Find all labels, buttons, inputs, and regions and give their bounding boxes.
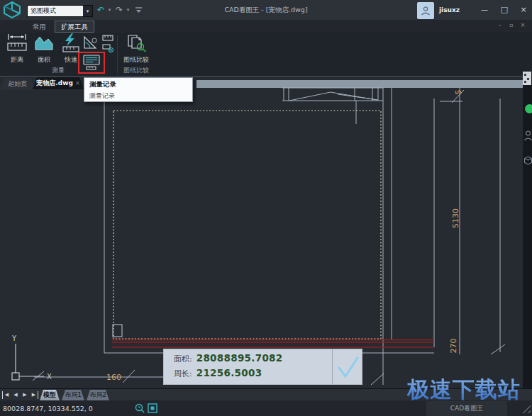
area-button[interactable]: 面积 bbox=[31, 33, 57, 63]
layout-tab-model[interactable]: 模型 bbox=[40, 390, 60, 400]
area-button-label: 面积 bbox=[38, 55, 50, 64]
side-panel-strip bbox=[523, 73, 532, 388]
ruler-icon bbox=[102, 34, 113, 42]
checkmark-icon bbox=[335, 354, 360, 381]
ruler-tool-button[interactable] bbox=[101, 33, 114, 43]
confirm-measurement-button[interactable] bbox=[332, 349, 362, 384]
ucs-y-label: Y bbox=[11, 335, 17, 342]
tooltip-description: 测量记录 bbox=[89, 91, 187, 101]
cad-drawing: 5 5130 270 160 Y X bbox=[0, 77, 532, 388]
angle-measure-button[interactable] bbox=[82, 34, 99, 51]
measure-record-tooltip: 测量记录 测量记录 bbox=[84, 77, 193, 102]
distance-icon bbox=[6, 33, 28, 54]
tooltip-title: 测量记录 bbox=[89, 80, 187, 89]
dim-width: 160 bbox=[106, 373, 121, 382]
ribbon-tab-extended-tools[interactable]: 扩展工具 bbox=[55, 21, 94, 33]
doc-minimize-icon[interactable]: – bbox=[495, 22, 505, 28]
user-avatar[interactable] bbox=[417, 2, 434, 19]
doc-tab-drawing[interactable]: 宠物店.dwg× bbox=[33, 77, 84, 89]
ucs-axis-icon bbox=[12, 344, 44, 380]
doc-tab-start-label: 起始页 bbox=[9, 80, 28, 87]
next-layout-icon[interactable]: ▶ bbox=[21, 391, 29, 399]
doc-tab-drawing-label: 宠物店.dwg bbox=[36, 79, 73, 86]
dim-top: 5 bbox=[454, 90, 463, 95]
ucs-x-label: X bbox=[47, 373, 52, 381]
minimize-button[interactable]: — bbox=[478, 4, 491, 16]
dim-height: 5130 bbox=[451, 208, 460, 228]
drawing-compare-icon bbox=[126, 33, 147, 54]
ribbon-toolbar: 距离 面积 快速 bbox=[0, 33, 532, 77]
username: jisuxz bbox=[439, 6, 460, 13]
red-wall-lines bbox=[112, 340, 434, 348]
prev-layout-icon[interactable]: ◀ bbox=[11, 391, 20, 399]
last-layout-icon[interactable]: ▶ bbox=[30, 391, 38, 399]
compare-group-label: 图纸比较 bbox=[118, 66, 155, 75]
cursor-coordinates: 80028.8747, 10334.552, 0 bbox=[3, 405, 93, 412]
doc-tab-start-page[interactable]: 起始页 bbox=[0, 78, 35, 90]
titlebar: 览图模式 ▾ ↶ ▾ ↷ ▾ CAD看图王 - [宠物店.dwg] jisuxz… bbox=[0, 0, 532, 20]
zoom-realtime-icon[interactable] bbox=[135, 403, 145, 413]
area-result-label: 面积: bbox=[174, 354, 192, 364]
angle-measure-icon bbox=[82, 35, 98, 50]
watermark-text: 极速下载站 bbox=[407, 375, 521, 405]
wall-band bbox=[196, 80, 523, 88]
doc-restore-icon[interactable]: ▫ bbox=[506, 22, 516, 28]
highlight-rectangle bbox=[78, 52, 105, 74]
ribbon-tab-row: 常用 扩展工具 – ▫ × bbox=[0, 20, 532, 33]
doc-tab-close-icon[interactable]: × bbox=[75, 80, 80, 86]
quick-measure-button-label: 快速 bbox=[65, 55, 77, 64]
drawing-compare-button[interactable]: 图纸比较 bbox=[121, 33, 152, 63]
qr-thumbnail[interactable] bbox=[523, 72, 531, 85]
perimeter-result-label: 周长: bbox=[174, 369, 192, 379]
distance-button[interactable]: 距离 bbox=[4, 33, 31, 63]
selection-dashed-rect bbox=[113, 111, 381, 339]
person-icon[interactable] bbox=[524, 130, 532, 141]
area-icon bbox=[34, 33, 54, 54]
quick-measure-icon bbox=[62, 33, 80, 54]
drawing-compare-button-label: 图纸比较 bbox=[123, 55, 149, 64]
distance-button-label: 距离 bbox=[11, 55, 23, 64]
first-layout-icon[interactable]: ◀ bbox=[2, 391, 11, 399]
layout-tab-layout1[interactable]: 布局1 bbox=[62, 390, 84, 400]
dim-bottom: 270 bbox=[449, 339, 458, 354]
chat-bubble-icon[interactable] bbox=[525, 104, 532, 113]
resize-grip[interactable] bbox=[522, 405, 531, 413]
area-result-value: 28088895.7082 bbox=[196, 352, 283, 364]
measurement-result-panel: 面积: 28088895.7082 周长: 21256.5003 bbox=[163, 349, 362, 385]
dimension-labels: 5 5130 270 160 bbox=[106, 90, 463, 383]
doc-close-icon[interactable]: × bbox=[518, 22, 528, 28]
ribbon-tab-common[interactable]: 常用 bbox=[27, 21, 52, 33]
zoom-extents-icon[interactable] bbox=[148, 403, 157, 413]
perimeter-result-value: 21256.5003 bbox=[196, 367, 262, 378]
maximize-button[interactable]: □ bbox=[498, 4, 511, 16]
cad-viewer-window: 览图模式 ▾ ↶ ▾ ↷ ▾ CAD看图王 - [宠物店.dwg] jisuxz… bbox=[0, 0, 532, 416]
layout-tab-layout2[interactable]: 布局2 bbox=[87, 390, 109, 400]
box-icon[interactable] bbox=[524, 156, 532, 165]
close-button[interactable]: × bbox=[517, 4, 530, 16]
